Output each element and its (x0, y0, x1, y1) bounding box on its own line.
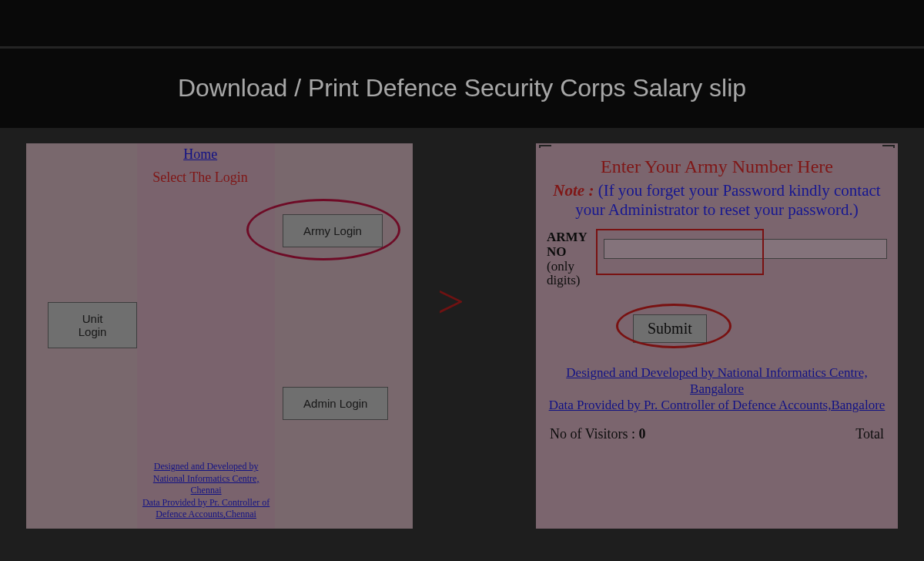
visitors-label: No of Visitors : (550, 426, 635, 442)
footer-right-line1: Designed and Developed by National Infor… (566, 365, 867, 396)
total-label: Total (855, 426, 884, 442)
top-bar (0, 0, 924, 46)
column-army-admin: Army Login Admin Login (275, 143, 413, 529)
army-number-panel: Enter Your Army Number Here Note : (If y… (536, 143, 898, 529)
submit-button[interactable]: Submit (633, 314, 707, 343)
column-unit: Unit Login (26, 143, 137, 529)
select-login-heading: Select The Login (152, 170, 248, 186)
note-text: (If you forget your Password kindly cont… (575, 181, 880, 219)
note-block: Note : (If you forget your Password kind… (547, 181, 887, 220)
unit-login-button[interactable]: Unit Login (48, 302, 137, 348)
army-no-label-hint: (only digits) (547, 259, 580, 288)
submit-wrapper: Submit (633, 314, 756, 343)
army-no-row: ARMY NO (only digits) (547, 230, 887, 288)
home-link[interactable]: Home (183, 146, 217, 163)
content-area: Unit Login Home Select The Login Designe… (0, 128, 924, 561)
visitors-count: 0 (639, 426, 646, 442)
footer-credits-right[interactable]: Designed and Developed by National Infor… (547, 364, 887, 414)
login-select-panel: Unit Login Home Select The Login Designe… (26, 143, 413, 529)
note-label: Note : (553, 181, 594, 200)
visitors-row: No of Visitors : 0 Total (547, 426, 887, 442)
column-center: Home Select The Login Designed and Devel… (137, 143, 275, 529)
arrow-icon: > (437, 274, 464, 329)
footer-right-line2: Data Provided by Pr. Controller of Defen… (549, 398, 886, 412)
footer-line1: Designed and Developed by National Infor… (153, 461, 259, 495)
enter-army-number-heading: Enter Your Army Number Here (547, 156, 887, 178)
admin-login-button[interactable]: Admin Login (283, 387, 388, 420)
footer-credits-left[interactable]: Designed and Developed by National Infor… (137, 461, 275, 521)
army-no-label: ARMY NO (only digits) (547, 230, 604, 288)
page-title: Download / Print Defence Security Corps … (178, 74, 746, 102)
title-section: Download / Print Defence Security Corps … (0, 46, 924, 128)
footer-line2: Data Provided by Pr. Controller of Defen… (142, 497, 270, 520)
army-no-input[interactable] (604, 239, 887, 259)
visitors-label-group: No of Visitors : 0 (550, 426, 646, 442)
army-no-label-bold: ARMY NO (547, 230, 587, 259)
army-login-button[interactable]: Army Login (283, 214, 383, 247)
